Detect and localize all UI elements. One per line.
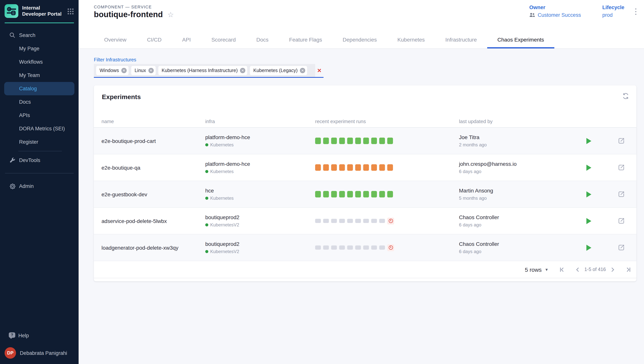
run-experiment-button[interactable] xyxy=(586,164,591,170)
sidebar-nav: Search My Page Workflows My Team Catalog… xyxy=(0,28,79,193)
recent-runs[interactable] xyxy=(315,164,459,171)
first-page-icon[interactable] xyxy=(558,266,565,273)
open-experiment-icon[interactable] xyxy=(618,217,625,224)
table-header: name infra recent experiment runs last u… xyxy=(94,116,636,128)
filter-chipbox[interactable]: Windows ✕ Linux ✕ Kubernetes (Harness In… xyxy=(94,64,315,77)
user-name: Debabrata Panigrahi xyxy=(20,350,67,356)
sidebar-item-dora-metrics[interactable]: DORA Metrics (SEI) xyxy=(0,122,79,135)
sidebar-item-label: Register xyxy=(19,139,38,145)
rows-per-page-value: 5 rows xyxy=(525,266,542,273)
experiment-name: loadgenerator-pod-delete-xw3qy xyxy=(102,244,205,250)
star-icon[interactable]: ☆ xyxy=(167,10,174,18)
table-row: adservice-pod-delete-5lwbx boutiqueprod2… xyxy=(94,208,636,234)
experiment-name: e2e-guestbook-dev xyxy=(102,191,205,197)
tab-cicd[interactable]: CI/CD xyxy=(137,32,172,48)
tab-dependencies[interactable]: Dependencies xyxy=(332,32,387,48)
filter-infrastructures-link[interactable]: Filter Infrastructures xyxy=(94,57,136,62)
app-logo-glyph xyxy=(5,4,18,18)
run-experiment-button[interactable] xyxy=(586,244,591,250)
prev-page-icon[interactable] xyxy=(575,266,580,272)
owner-value-link[interactable]: Customer Success xyxy=(538,12,581,18)
chip-close-icon[interactable]: ✕ xyxy=(300,68,305,73)
run-experiment-button[interactable] xyxy=(586,138,591,144)
sidebar-item-label: Admin xyxy=(19,183,34,189)
tab-infrastructure[interactable]: Infrastructure xyxy=(435,32,487,48)
page-range: 1-5 of 416 xyxy=(584,267,606,272)
rows-per-page-select[interactable]: 5 rows ▼ xyxy=(525,266,548,273)
filter-input[interactable]: Windows ✕ Linux ✕ Kubernetes (Harness In… xyxy=(94,64,324,78)
sidebar-item-label: My Team xyxy=(19,72,40,78)
run-experiment-button[interactable] xyxy=(586,191,591,197)
column-header-infra: infra xyxy=(205,118,315,124)
last-page-icon[interactable] xyxy=(625,266,632,273)
updated-at: 6 days ago xyxy=(459,249,574,254)
tab-overview[interactable]: Overview xyxy=(94,32,137,48)
infra-name: boutiqueprod2 xyxy=(205,214,315,220)
help-label: Help xyxy=(18,332,29,338)
sidebar-item-register[interactable]: Register xyxy=(0,135,79,149)
lifecycle-value: prod xyxy=(602,12,612,18)
recent-runs[interactable] xyxy=(315,218,459,224)
tab-feature-flags[interactable]: Feature Flags xyxy=(279,32,333,48)
updated-at: 6 days ago xyxy=(459,169,574,174)
owner-block: Owner Custo xyxy=(529,4,581,18)
run-experiment-button[interactable] xyxy=(586,218,591,224)
app-root: Internal Developer Portal Search My Page xyxy=(0,0,644,364)
open-experiment-icon[interactable] xyxy=(618,164,625,171)
sidebar-item-catalog[interactable]: Catalog xyxy=(4,82,74,95)
refresh-icon[interactable] xyxy=(622,92,629,102)
sidebar-item-docs[interactable]: Docs xyxy=(0,95,79,109)
sidebar-item-my-team[interactable]: My Team xyxy=(0,68,79,82)
infra-name: platform-demo-hce xyxy=(205,134,315,140)
sidebar-item-apis[interactable]: APIs xyxy=(0,109,79,122)
sidebar-item-search[interactable]: Search xyxy=(0,28,79,42)
open-experiment-icon[interactable] xyxy=(618,137,625,144)
kebab-menu-icon[interactable] xyxy=(635,8,636,16)
sidebar-item-workflows[interactable]: Workflows xyxy=(0,55,79,68)
chip-close-icon[interactable]: ✕ xyxy=(240,68,245,73)
app-title: Internal Developer Portal xyxy=(22,5,62,17)
clear-filter-icon[interactable]: ✕ xyxy=(315,64,324,77)
updated-by: Joe Titra xyxy=(459,134,574,140)
status-dot xyxy=(205,170,208,173)
recent-runs[interactable] xyxy=(315,244,459,251)
overdue-clock-icon xyxy=(387,218,394,224)
chip-close-icon[interactable]: ✕ xyxy=(148,68,154,73)
sidebar-item-label: DORA Metrics (SEI) xyxy=(19,126,65,132)
filter-chip: Windows ✕ xyxy=(96,66,128,75)
lifecycle-block: Lifecycle prod xyxy=(602,4,624,18)
card-title: Experiments xyxy=(94,86,636,101)
infra-type: Kubernetes xyxy=(210,169,234,174)
page-title: boutique-frontend xyxy=(94,10,163,19)
sidebar-item-label: My Page xyxy=(19,46,40,52)
sidebar-accent-rule xyxy=(5,22,74,23)
entity-header: COMPONENT — SERVICE boutique-frontend ☆ … xyxy=(79,0,644,49)
tab-kubernetes[interactable]: Kubernetes xyxy=(387,32,435,48)
help-chat-icon: ? xyxy=(9,332,15,338)
sidebar-item-admin[interactable]: Admin xyxy=(0,180,79,193)
sidebar-item-my-page[interactable]: My Page xyxy=(0,42,79,55)
tab-api[interactable]: API xyxy=(172,32,201,48)
recent-runs[interactable] xyxy=(315,191,459,198)
column-header-runs: recent experiment runs xyxy=(315,118,459,124)
user-menu[interactable]: DP Debabrata Panigrahi xyxy=(5,347,74,359)
filter-chip: Kubernetes (Harness Infrastructure) ✕ xyxy=(158,66,247,75)
tab-scorecard[interactable]: Scorecard xyxy=(201,32,246,48)
open-experiment-icon[interactable] xyxy=(618,244,625,251)
infra-type: Kubernetes xyxy=(210,142,234,148)
tab-docs[interactable]: Docs xyxy=(246,32,279,48)
updated-by: Chaos Controller xyxy=(459,241,574,247)
sidebar-item-devtools[interactable]: DevTools xyxy=(0,154,79,167)
updated-at: 2 months ago xyxy=(459,142,574,148)
help-button[interactable]: ? Help xyxy=(0,329,79,342)
next-page-icon[interactable] xyxy=(610,266,615,272)
updated-by: Martin Ansong xyxy=(459,188,574,194)
recent-runs[interactable] xyxy=(315,138,459,144)
experiment-name: adservice-pod-delete-5lwbx xyxy=(102,218,205,224)
chip-close-icon[interactable]: ✕ xyxy=(121,68,126,73)
apps-grid-icon[interactable] xyxy=(67,8,74,15)
open-experiment-icon[interactable] xyxy=(618,190,625,198)
sidebar: Internal Developer Portal Search My Page xyxy=(0,0,79,364)
gear-icon xyxy=(9,183,16,190)
tab-chaos-experiments[interactable]: Chaos Experiments xyxy=(487,32,554,48)
